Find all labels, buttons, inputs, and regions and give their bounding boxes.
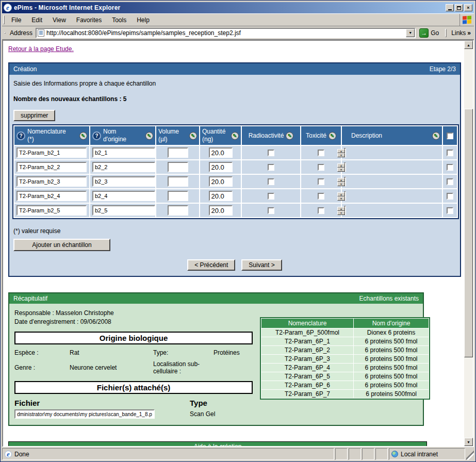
previous-button[interactable]: < Précédent xyxy=(187,259,235,271)
menu-grip[interactable] xyxy=(3,15,5,24)
help-icon[interactable]: ? xyxy=(92,131,101,140)
delete-button[interactable]: supprimer xyxy=(13,110,55,121)
quantite-input[interactable] xyxy=(209,162,233,172)
menu-item[interactable]: Help xyxy=(132,15,154,25)
address-input[interactable]: http://localhost:8080/ePims/epims/sample… xyxy=(36,28,416,38)
links-chevron-icon[interactable]: » xyxy=(467,29,473,37)
edit-column-icon[interactable]: ✎ xyxy=(329,132,336,140)
help-panel-header: Aide à la création xyxy=(8,441,427,446)
next-button[interactable]: Suivant > xyxy=(241,259,282,271)
quantite-input[interactable] xyxy=(209,147,233,158)
resize-grip[interactable] xyxy=(466,448,474,460)
description-textarea[interactable]: ▲ ▼ xyxy=(344,177,346,186)
radioactivite-checkbox[interactable] xyxy=(268,178,274,185)
go-button[interactable]: → Go xyxy=(418,28,442,38)
minimize-button[interactable] xyxy=(446,4,454,11)
row-select-checkbox[interactable] xyxy=(447,207,453,214)
help-icon[interactable]: ? xyxy=(17,131,25,140)
select-all-checkbox[interactable] xyxy=(447,133,453,139)
scroll-up-icon[interactable]: ▲ xyxy=(337,149,345,153)
scroll-down-icon[interactable]: ▼ xyxy=(337,211,345,215)
description-textarea[interactable]: ▲ ▼ xyxy=(344,191,346,201)
nom-origine-input[interactable] xyxy=(92,147,155,158)
scroll-down-icon[interactable]: ▼ xyxy=(337,182,345,186)
toxicite-checkbox[interactable] xyxy=(318,164,324,171)
description-textarea[interactable]: ▲ ▼ xyxy=(344,162,346,172)
back-to-study-link[interactable]: Retour à la page Etude. xyxy=(8,45,74,53)
existing-nom-origine-cell: 6 proteins 500 fmol xyxy=(354,355,429,363)
vertical-scrollbar[interactable]: ▲ ▼ xyxy=(464,41,473,446)
existing-nomenclature-cell: T2-Param_6P_3 xyxy=(261,355,353,363)
links-section: Links » xyxy=(444,27,473,39)
volume-input[interactable] xyxy=(168,147,188,158)
col-header-nomenclature: Nomenclature xyxy=(27,128,66,135)
menu-item[interactable]: View xyxy=(48,15,71,25)
row-select-checkbox[interactable] xyxy=(447,164,453,171)
scroll-up-icon[interactable]: ▲ xyxy=(337,178,345,182)
scrollbar-up-icon[interactable]: ▲ xyxy=(464,41,473,49)
scroll-down-icon[interactable]: ▼ xyxy=(337,153,345,157)
attached-file-path-input[interactable] xyxy=(14,409,155,419)
edit-column-icon[interactable]: ✎ xyxy=(79,132,87,140)
existing-nomenclature-cell: T2-Param_6P_1 xyxy=(261,337,353,345)
edit-column-icon[interactable]: ✎ xyxy=(432,132,440,140)
edit-column-icon[interactable]: ✎ xyxy=(145,132,153,140)
menu-item[interactable]: Favorites xyxy=(72,15,106,25)
window-title: ePims - Microsoft Internet Explorer xyxy=(14,4,446,11)
scrollbar-thumb[interactable] xyxy=(464,109,473,357)
description-textarea[interactable]: ▲ ▼ xyxy=(344,206,346,215)
row-select-checkbox[interactable] xyxy=(447,193,453,200)
add-sample-button[interactable]: Ajouter un échantillon xyxy=(13,239,110,251)
volume-input[interactable] xyxy=(168,176,188,187)
nomenclature-input[interactable] xyxy=(17,205,87,216)
address-url[interactable]: http://localhost:8080/ePims/epims/sample… xyxy=(46,29,406,37)
document-status-icon: e xyxy=(5,451,12,458)
scroll-down-icon[interactable]: ▼ xyxy=(337,196,345,201)
radioactivite-checkbox[interactable] xyxy=(268,193,274,200)
links-label[interactable]: Links xyxy=(449,29,467,37)
nomenclature-input[interactable] xyxy=(17,176,87,187)
edit-column-icon[interactable]: ✎ xyxy=(231,132,239,140)
menu-item[interactable]: Tools xyxy=(107,15,131,25)
scrollbar-down-icon[interactable]: ▼ xyxy=(464,438,473,446)
col-header-quantite: Quantité xyxy=(202,128,225,135)
close-button[interactable]: × xyxy=(464,4,472,11)
scroll-up-icon[interactable]: ▲ xyxy=(337,192,345,196)
edit-column-icon[interactable]: ✎ xyxy=(286,132,293,140)
scroll-up-icon[interactable]: ▲ xyxy=(337,207,345,211)
address-dropdown-icon[interactable]: ▼ xyxy=(406,29,415,37)
bio-origin-title: Origine biologique xyxy=(14,332,253,344)
maximize-button[interactable] xyxy=(455,4,463,11)
row-select-checkbox[interactable] xyxy=(447,178,453,185)
toxicite-checkbox[interactable] xyxy=(318,193,324,200)
nom-origine-input[interactable] xyxy=(92,191,155,201)
radioactivite-checkbox[interactable] xyxy=(268,207,274,214)
description-textarea[interactable]: ▲ ▼ xyxy=(344,148,346,157)
volume-input[interactable] xyxy=(168,162,188,172)
quantite-input[interactable] xyxy=(209,205,233,216)
volume-input[interactable] xyxy=(168,191,188,201)
edit-column-icon[interactable]: ✎ xyxy=(189,132,197,140)
nomenclature-input[interactable] xyxy=(17,147,87,158)
menu-item[interactable]: File xyxy=(7,15,26,25)
quantite-input[interactable] xyxy=(209,191,233,201)
radioactivite-checkbox[interactable] xyxy=(268,164,274,171)
existing-nomenclature-cell: T2-Param_6P_500fmol xyxy=(261,328,353,337)
menu-item[interactable]: Edit xyxy=(27,15,47,25)
volume-input[interactable] xyxy=(168,205,188,216)
nomenclature-input[interactable] xyxy=(17,191,87,201)
radioactivite-checkbox[interactable] xyxy=(268,150,274,156)
address-grip[interactable] xyxy=(4,32,6,34)
toxicite-checkbox[interactable] xyxy=(318,150,324,156)
quantite-input[interactable] xyxy=(209,176,233,187)
row-select-checkbox[interactable] xyxy=(447,150,453,156)
toxicite-checkbox[interactable] xyxy=(318,178,324,185)
toxicite-checkbox[interactable] xyxy=(318,207,324,214)
nomenclature-input[interactable] xyxy=(17,162,87,172)
scroll-down-icon[interactable]: ▼ xyxy=(337,168,345,172)
scroll-up-icon[interactable]: ▲ xyxy=(337,163,345,168)
nom-origine-input[interactable] xyxy=(92,162,155,172)
nom-origine-input[interactable] xyxy=(92,176,155,187)
nom-origine-input[interactable] xyxy=(92,205,155,216)
links-grip[interactable] xyxy=(445,29,447,37)
